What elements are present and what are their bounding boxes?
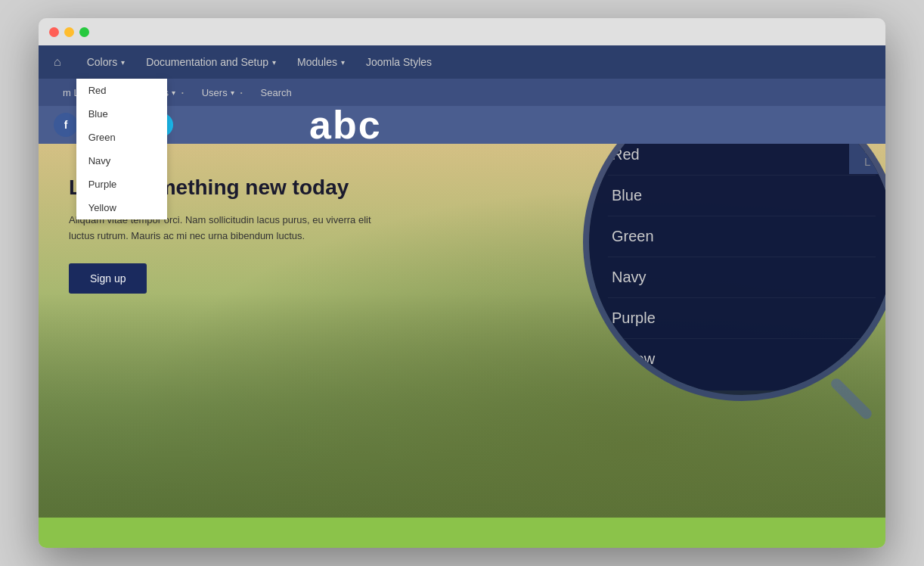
top-nav-items: Colors ▾ Red Blue Green Navy Purple Yell…: [76, 45, 442, 79]
drop-item-red[interactable]: Red: [76, 79, 167, 102]
browser-content: ⌂ Colors ▾ Red Blue Green Navy Purple Ye…: [39, 45, 885, 548]
nav-label-joomla: Joomla Styles: [366, 56, 432, 68]
drop-item-green[interactable]: Green: [76, 126, 167, 149]
close-button[interactable]: [49, 27, 59, 37]
caret-icon: ▾: [341, 58, 345, 67]
bullet-icon: •: [181, 89, 184, 96]
drop-item-yellow[interactable]: Yellow: [76, 196, 167, 219]
magnifier-dropdown: Red Blue Green Navy Purple Yellow: [589, 144, 885, 390]
minimize-button[interactable]: [64, 27, 74, 37]
nav-label-docs: Documentation and Setup: [146, 56, 268, 68]
bottom-bar: [39, 518, 885, 548]
caret-icon: ▾: [121, 58, 125, 67]
nav-label-modules: Modules: [297, 56, 337, 68]
drop-item-blue[interactable]: Blue: [76, 102, 167, 126]
site-logo: abc: [309, 103, 382, 147]
caret-icon: ▾: [172, 89, 175, 97]
nav-item-colors[interactable]: Colors ▾ Red Blue Green Navy Purple Yell…: [76, 45, 135, 79]
drop-item-purple[interactable]: Purple: [76, 173, 167, 196]
facebook-icon[interactable]: f: [54, 113, 78, 137]
magnifier-second-nav-label: m L: [864, 144, 879, 168]
colors-dropdown: Red Blue Green Navy Purple Yellow: [76, 79, 167, 219]
bullet-icon: •: [240, 89, 243, 96]
traffic-lights: [49, 27, 89, 37]
second-nav-label-users: Users: [202, 87, 228, 98]
top-nav: ⌂ Colors ▾ Red Blue Green Navy Purple Ye…: [39, 45, 885, 79]
window-frame: ⌂ Colors ▾ Red Blue Green Navy Purple Ye…: [39, 18, 885, 548]
caret-icon: ▾: [272, 58, 276, 67]
magnifier-drop-red[interactable]: Red: [608, 144, 876, 176]
signup-button[interactable]: Sign up: [69, 263, 147, 294]
nav-item-joomla[interactable]: Joomla Styles: [355, 45, 442, 79]
maximize-button[interactable]: [79, 27, 89, 37]
magnifier-content: Colors ▾ Docu... Red Blue Green Navy Pu: [589, 144, 885, 395]
nav-label-colors: Colors: [87, 56, 117, 68]
magnifier-drop-purple[interactable]: Purple: [608, 298, 876, 339]
nav-item-docs[interactable]: Documentation and Setup ▾: [135, 45, 287, 79]
magnifier-drop-blue[interactable]: Blue: [608, 176, 876, 216]
magnifier-drop-navy[interactable]: Navy: [608, 257, 876, 298]
drop-item-navy[interactable]: Navy: [76, 149, 167, 173]
second-nav-label-search: Search: [261, 87, 292, 98]
nav-item-modules[interactable]: Modules ▾: [287, 45, 355, 79]
title-bar: [39, 18, 885, 45]
magnifier-drop-green[interactable]: Green: [608, 216, 876, 257]
caret-icon: ▾: [231, 89, 234, 97]
home-button[interactable]: ⌂: [54, 55, 61, 69]
